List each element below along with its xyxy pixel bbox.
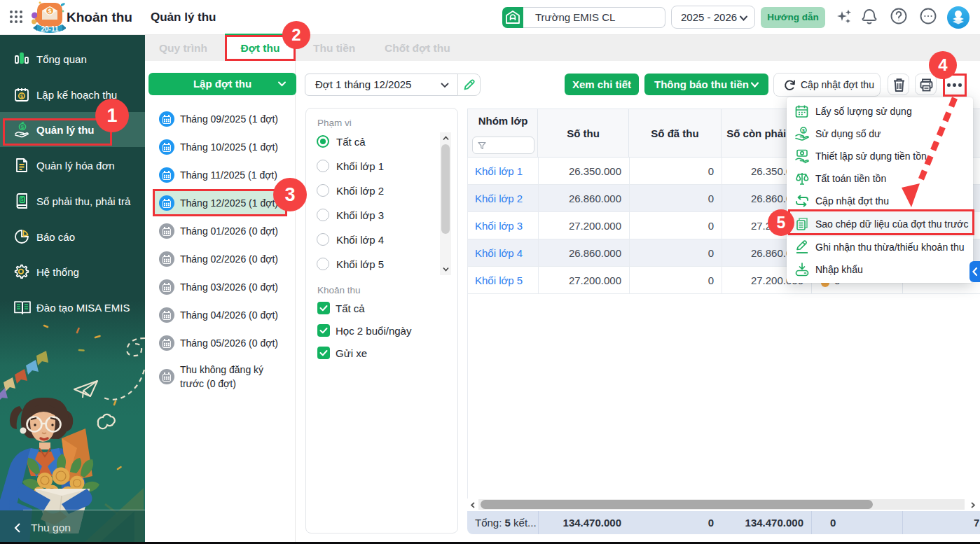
svg-text:$: $ <box>48 8 51 15</box>
svg-text:$: $ <box>802 127 805 133</box>
svg-text:20-11: 20-11 <box>41 25 58 33</box>
svg-text:$: $ <box>21 197 24 202</box>
